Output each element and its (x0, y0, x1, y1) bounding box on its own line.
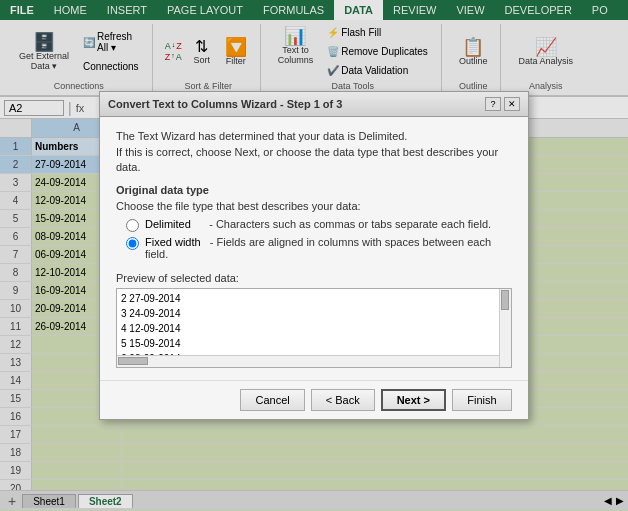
delimited-label-text: Delimited (145, 218, 191, 230)
next-button[interactable]: Next > (381, 389, 446, 411)
preview-row-1: 2 27-09-2014 (121, 291, 507, 306)
dialog-window-controls: ? ✕ (485, 97, 520, 111)
back-button[interactable]: < Back (311, 389, 375, 411)
original-data-type-label: Original data type (116, 184, 512, 196)
dialog-instruction: Choose the file type that best describes… (116, 200, 512, 212)
preview-row-2: 3 24-09-2014 (121, 306, 507, 321)
preview-box: 2 27-09-2014 3 24-09-2014 4 12-09-2014 5… (116, 288, 512, 368)
preview-vertical-scrollbar[interactable] (499, 289, 511, 367)
dialog-desc-line1: The Text Wizard has determined that your… (116, 130, 407, 142)
fixed-width-label-text: Fixed width (145, 236, 201, 248)
dialog-overlay: Convert Text to Columns Wizard - Step 1 … (0, 0, 628, 511)
delimited-radio[interactable] (126, 219, 139, 232)
preview-row-4: 5 15-09-2014 (121, 336, 507, 351)
convert-text-to-columns-dialog: Convert Text to Columns Wizard - Step 1 … (99, 91, 529, 419)
fixed-width-option-row: Fixed width - Fields are aligned in colu… (126, 236, 512, 260)
delimited-label[interactable]: Delimited - Characters such as commas or… (145, 218, 491, 230)
dialog-title: Convert Text to Columns Wizard - Step 1 … (108, 98, 342, 110)
preview-section: Preview of selected data: 2 27-09-2014 3… (116, 272, 512, 368)
dialog-desc-line2: If this is correct, choose Next, or choo… (116, 146, 498, 173)
finish-button[interactable]: Finish (452, 389, 512, 411)
preview-label: Preview of selected data: (116, 272, 512, 284)
horizontal-scroll-thumb[interactable] (118, 357, 148, 365)
dialog-description: The Text Wizard has determined that your… (116, 129, 512, 175)
dialog-footer: Cancel < Back Next > Finish (100, 380, 528, 419)
delimited-option-row: Delimited - Characters such as commas or… (126, 218, 512, 232)
dialog-close-button[interactable]: ✕ (504, 97, 520, 111)
dialog-titlebar: Convert Text to Columns Wizard - Step 1 … (100, 92, 528, 117)
preview-horizontal-scrollbar[interactable] (117, 355, 499, 367)
cancel-button[interactable]: Cancel (240, 389, 304, 411)
dialog-help-button[interactable]: ? (485, 97, 501, 111)
vertical-scroll-thumb[interactable] (501, 290, 509, 310)
delimited-desc-text: - Characters such as commas or tabs sepa… (209, 218, 491, 230)
data-type-radio-group: Delimited - Characters such as commas or… (126, 218, 512, 260)
preview-row-3: 4 12-09-2014 (121, 321, 507, 336)
dialog-body: The Text Wizard has determined that your… (100, 117, 528, 379)
fixed-width-radio[interactable] (126, 237, 139, 250)
fixed-width-label[interactable]: Fixed width - Fields are aligned in colu… (145, 236, 512, 260)
